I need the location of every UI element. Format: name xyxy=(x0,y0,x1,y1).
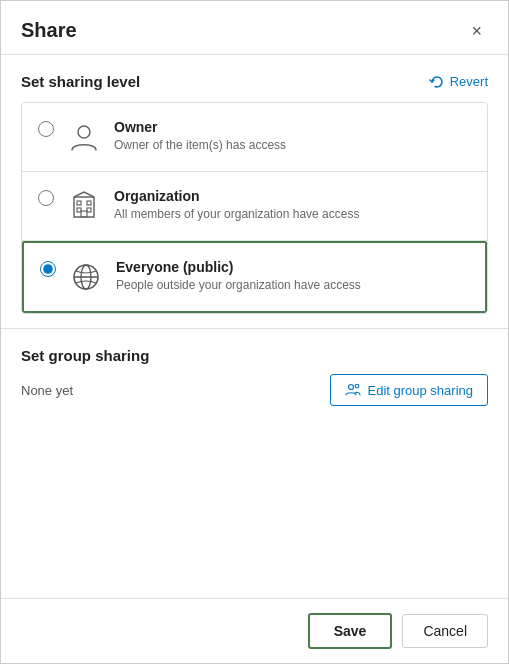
sharing-level-section: Set sharing level Revert xyxy=(1,55,508,328)
svg-point-0 xyxy=(78,126,90,138)
sharing-level-title: Set sharing level xyxy=(21,73,140,90)
dialog-title: Share xyxy=(21,19,77,42)
revert-icon xyxy=(429,74,445,90)
owner-radio[interactable] xyxy=(38,121,54,137)
organization-desc: All members of your organization have ac… xyxy=(114,207,359,221)
close-button[interactable]: × xyxy=(465,20,488,42)
owner-icon xyxy=(66,119,102,155)
group-sharing-title: Set group sharing xyxy=(21,347,488,364)
svg-rect-2 xyxy=(77,201,81,205)
revert-button[interactable]: Revert xyxy=(429,74,488,90)
owner-desc: Owner of the item(s) has access xyxy=(114,138,286,152)
group-sharing-section: Set group sharing None yet Edit group sh… xyxy=(1,328,508,420)
owner-label: Owner xyxy=(114,119,286,135)
sharing-option-organization[interactable]: Organization All members of your organiz… xyxy=(22,172,487,241)
edit-group-sharing-button[interactable]: Edit group sharing xyxy=(330,374,488,406)
save-button[interactable]: Save xyxy=(308,613,393,649)
sharing-option-owner[interactable]: Owner Owner of the item(s) has access xyxy=(22,103,487,172)
dialog-footer: Save Cancel xyxy=(1,598,508,663)
everyone-desc: People outside your organization have ac… xyxy=(116,278,361,292)
dialog-body: Set sharing level Revert xyxy=(1,55,508,598)
sharing-level-header: Set sharing level Revert xyxy=(21,73,488,90)
everyone-radio-wrap[interactable] xyxy=(40,261,56,281)
organization-radio[interactable] xyxy=(38,190,54,206)
sharing-options-list: Owner Owner of the item(s) has access xyxy=(21,102,488,314)
revert-label: Revert xyxy=(450,74,488,89)
share-dialog: Share × Set sharing level Revert xyxy=(0,0,509,664)
everyone-option-text: Everyone (public) People outside your or… xyxy=(116,259,361,292)
dialog-header: Share × xyxy=(1,1,508,55)
edit-group-icon xyxy=(345,382,361,398)
svg-rect-8 xyxy=(81,211,87,217)
everyone-radio[interactable] xyxy=(40,261,56,277)
svg-point-13 xyxy=(356,384,360,388)
organization-label: Organization xyxy=(114,188,359,204)
organization-option-text: Organization All members of your organiz… xyxy=(114,188,359,221)
organization-radio-wrap[interactable] xyxy=(38,190,54,210)
owner-option-text: Owner Owner of the item(s) has access xyxy=(114,119,286,152)
svg-point-12 xyxy=(349,385,354,390)
everyone-icon xyxy=(68,259,104,295)
svg-rect-1 xyxy=(74,197,94,217)
group-sharing-row: None yet Edit group sharing xyxy=(21,374,488,406)
sharing-option-everyone[interactable]: Everyone (public) People outside your or… xyxy=(22,241,487,313)
none-yet-label: None yet xyxy=(21,383,73,398)
edit-group-label: Edit group sharing xyxy=(367,383,473,398)
organization-icon xyxy=(66,188,102,224)
svg-rect-3 xyxy=(87,201,91,205)
cancel-button[interactable]: Cancel xyxy=(402,614,488,648)
everyone-label: Everyone (public) xyxy=(116,259,361,275)
owner-radio-wrap[interactable] xyxy=(38,121,54,141)
